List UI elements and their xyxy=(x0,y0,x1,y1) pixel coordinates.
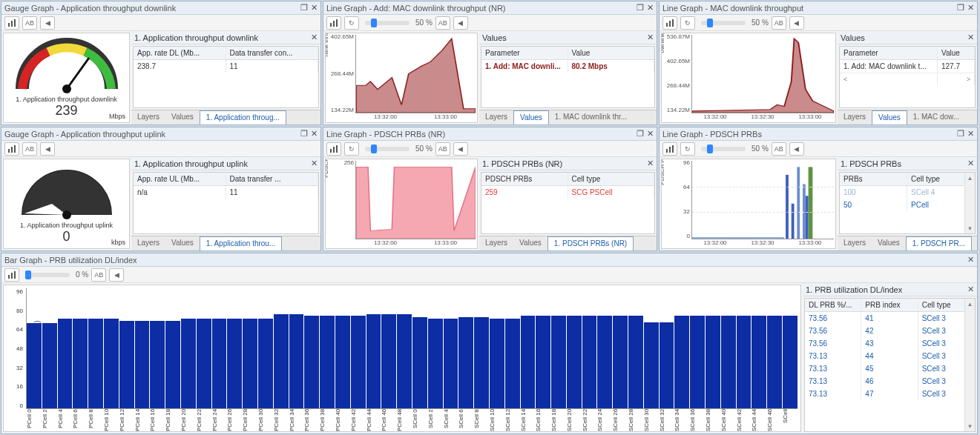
bar[interactable] xyxy=(104,319,119,409)
play-left-icon[interactable]: ◀ xyxy=(109,268,124,282)
col-header[interactable]: PRB index xyxy=(861,299,918,311)
bar[interactable] xyxy=(27,323,42,408)
chart-type-icon[interactable] xyxy=(4,16,19,30)
col-header[interactable]: Cell type xyxy=(568,173,655,185)
close-icon[interactable]: ✕ xyxy=(647,33,654,42)
tab-layers[interactable]: Layers xyxy=(838,110,872,124)
tab-detail[interactable]: 1. Application throu... xyxy=(200,236,282,250)
close-icon[interactable]: ✕ xyxy=(647,3,654,13)
close-icon[interactable]: ✕ xyxy=(311,159,318,168)
bar[interactable] xyxy=(474,317,489,408)
bar[interactable] xyxy=(582,316,597,408)
col-header[interactable]: Parameter xyxy=(840,47,938,59)
col-header[interactable]: DL PRB %/... xyxy=(805,299,861,311)
play-left-icon[interactable]: ◀ xyxy=(40,142,55,156)
bar[interactable] xyxy=(428,319,443,409)
ab-icon[interactable]: AB xyxy=(91,268,106,282)
tab-values[interactable]: Values xyxy=(872,110,907,124)
bar[interactable] xyxy=(458,317,473,408)
close-icon[interactable]: ✕ xyxy=(967,129,974,139)
tab-values[interactable]: Values xyxy=(165,110,200,124)
bar[interactable] xyxy=(505,319,520,409)
col-header[interactable]: Data transfer ... xyxy=(226,173,319,185)
ab-icon[interactable]: AB xyxy=(435,16,450,30)
bar[interactable] xyxy=(150,321,165,408)
close-icon[interactable]: ✕ xyxy=(967,255,974,265)
bar[interactable] xyxy=(644,322,659,408)
bar[interactable] xyxy=(706,316,720,408)
maximize-icon[interactable]: ❐ xyxy=(300,3,308,13)
maximize-icon[interactable]: ❐ xyxy=(957,129,964,139)
close-icon[interactable]: ✕ xyxy=(967,159,974,168)
tab-layers[interactable]: Layers xyxy=(131,110,165,124)
refresh-icon[interactable]: ↻ xyxy=(680,16,695,30)
bar[interactable] xyxy=(197,319,211,409)
bar[interactable] xyxy=(628,316,643,408)
bar[interactable] xyxy=(551,316,566,408)
col-header[interactable]: Parameter xyxy=(481,47,568,59)
scrollbar[interactable]: ▲▼ xyxy=(964,299,975,431)
tab-values[interactable]: Values xyxy=(513,110,549,124)
bar[interactable] xyxy=(58,319,73,409)
play-left-icon[interactable]: ◀ xyxy=(40,16,55,30)
zoom-slider[interactable] xyxy=(25,273,70,277)
bar[interactable] xyxy=(783,316,798,408)
play-left-icon[interactable]: ◀ xyxy=(789,16,804,30)
zoom-slider[interactable] xyxy=(701,21,746,25)
chart-type-icon[interactable] xyxy=(662,16,677,30)
refresh-icon[interactable]: ↻ xyxy=(344,142,359,156)
maximize-icon[interactable]: ❐ xyxy=(637,129,644,139)
col-header[interactable]: App. rate UL (Mb... xyxy=(134,173,226,185)
close-icon[interactable]: ✕ xyxy=(311,33,318,42)
bar[interactable] xyxy=(752,316,766,408)
scroll-up-icon[interactable]: ▲ xyxy=(965,299,975,309)
line-chart[interactable]: nlink throughput 402.65M268.44M134.22M 1… xyxy=(325,33,478,123)
scroll-up-icon[interactable]: ▲ xyxy=(965,173,975,183)
bar[interactable] xyxy=(597,316,612,408)
close-icon[interactable]: ✕ xyxy=(311,129,318,139)
bar[interactable] xyxy=(613,316,628,408)
maximize-icon[interactable]: ❐ xyxy=(957,3,964,13)
tab-values[interactable]: Values xyxy=(165,236,200,250)
bar[interactable] xyxy=(521,316,536,408)
ab-icon[interactable]: AB xyxy=(772,16,786,30)
tab-detail[interactable]: 1. PDSCH PR... xyxy=(906,236,972,250)
close-icon[interactable]: ✕ xyxy=(647,159,654,168)
chart-type-icon[interactable] xyxy=(4,142,19,156)
bar[interactable] xyxy=(674,316,689,408)
col-header[interactable]: PRBs xyxy=(840,173,907,185)
bar[interactable] xyxy=(165,321,180,408)
ab-icon[interactable]: AB xyxy=(772,142,786,156)
close-icon[interactable]: ✕ xyxy=(967,3,974,13)
line-chart[interactable]: PDSCH PRBs 9664320 xyxy=(661,159,836,249)
col-header[interactable]: Value xyxy=(568,47,655,59)
bar[interactable] xyxy=(258,319,273,409)
col-header[interactable]: App. rate DL (Mb... xyxy=(134,47,226,59)
col-header[interactable]: PDSCH PRBs xyxy=(481,173,568,185)
bar[interactable] xyxy=(567,316,582,408)
bar[interactable] xyxy=(289,314,304,408)
tab-detail[interactable]: 1. MAC downlink thr... xyxy=(549,110,633,124)
line-chart[interactable]: PDSCH PRBs (NR) 256 13:32:0013:33:00 xyxy=(325,159,478,249)
bar[interactable] xyxy=(490,319,504,409)
bar[interactable] xyxy=(135,321,150,408)
close-icon[interactable]: ✕ xyxy=(311,3,318,13)
tab-detail[interactable]: 1. PDSCH PRBs (NR) xyxy=(547,236,634,250)
zoom-slider[interactable] xyxy=(365,21,410,25)
col-header[interactable]: Value xyxy=(938,47,975,59)
bar[interactable] xyxy=(660,322,674,408)
play-left-icon[interactable]: ◀ xyxy=(789,142,804,156)
tab-detail[interactable]: 1. Application throug... xyxy=(200,110,286,124)
bar[interactable] xyxy=(366,314,381,408)
bar[interactable] xyxy=(737,316,752,408)
play-left-icon[interactable]: ◀ xyxy=(453,142,468,156)
close-icon[interactable]: ✕ xyxy=(647,129,654,139)
close-icon[interactable]: ✕ xyxy=(967,33,974,42)
bar[interactable] xyxy=(88,319,103,409)
refresh-icon[interactable]: ↻ xyxy=(680,142,695,156)
bar[interactable] xyxy=(181,319,196,409)
bar[interactable] xyxy=(381,314,396,408)
tab-layers[interactable]: Layers xyxy=(131,236,165,250)
tab-layers[interactable]: Layers xyxy=(838,236,872,250)
bar[interactable] xyxy=(119,321,134,408)
